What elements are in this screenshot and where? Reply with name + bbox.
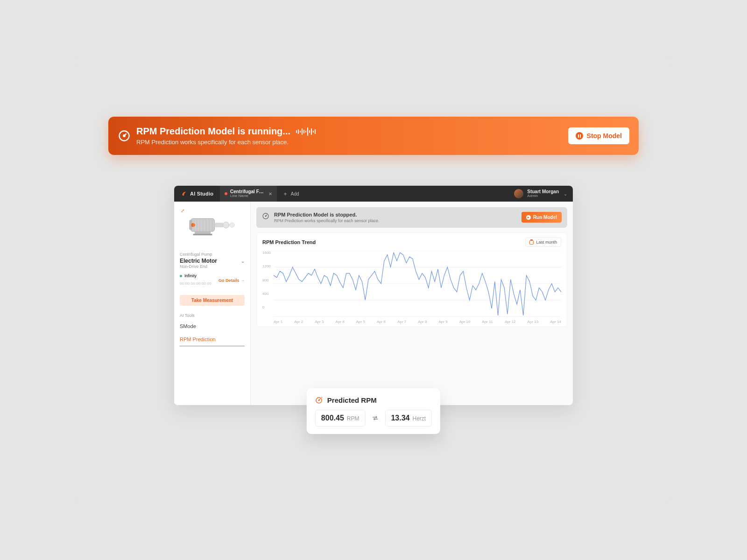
predicted-rpm-value: 800.45 — [321, 414, 344, 422]
svg-rect-9 — [195, 231, 211, 234]
run-model-button[interactable]: Run Model — [521, 212, 562, 223]
asset-name: Electric Motor — [180, 258, 217, 264]
status-dot-icon — [180, 275, 182, 277]
expand-icon[interactable]: ⤢ — [181, 208, 184, 213]
brand-text: AI Studio — [190, 191, 213, 196]
predicted-hz-metric: 13.34 Herzt — [385, 410, 432, 427]
chevron-down-icon: ⌄ — [564, 191, 567, 196]
y-tick: 400 — [262, 292, 271, 296]
asset-type: Centrifugal Pump — [180, 252, 245, 257]
stop-model-label: Stop Model — [587, 132, 622, 140]
svg-point-1 — [123, 135, 125, 137]
status-row: Infinity — [180, 273, 245, 278]
x-tick: Apr 8 — [418, 320, 427, 324]
x-tick: Apr 10 — [459, 320, 471, 324]
avatar — [514, 189, 523, 198]
add-tab-label: Add — [291, 191, 299, 196]
run-model-label: Run Model — [533, 215, 557, 220]
x-tick: Apr 12 — [505, 320, 516, 324]
chart-card: RPM Prediction Trend Last month 16001200… — [256, 232, 567, 327]
x-tick: Apr 11 — [482, 320, 493, 324]
svg-point-26 — [318, 400, 319, 401]
x-tick: Apr 1 — [274, 320, 282, 324]
banner-title: RPM Prediction Model is running... — [136, 126, 290, 137]
asset-image-card: ⤢ — [179, 206, 246, 246]
predicted-heading: Predicted RPM — [327, 396, 377, 404]
x-tick: Apr 5 — [356, 320, 365, 324]
model-running-banner: RPM Prediction Model is running... RPM P… — [108, 117, 639, 155]
x-tick: Apr 4 — [336, 320, 345, 324]
brand-logo-icon — [181, 190, 187, 197]
go-details-link[interactable]: Go Details → — [218, 278, 245, 283]
gauge-icon — [118, 129, 131, 142]
predicted-hz-unit: Herzt — [412, 415, 426, 422]
chart-title: RPM Prediction Trend — [262, 239, 316, 245]
sidebar-item-smode[interactable]: SMode — [174, 320, 250, 333]
play-icon — [526, 215, 531, 220]
banner-subtitle: RPM Prediction works specifically for ea… — [136, 139, 316, 146]
y-tick: 1200 — [262, 264, 271, 268]
svg-rect-6 — [214, 223, 223, 227]
x-tick: Apr 9 — [439, 320, 448, 324]
asset-name-row[interactable]: Electric Motor ⌄ — [180, 258, 245, 264]
user-role: Admin — [527, 194, 559, 198]
status-subtitle: RPM Prediction works specifically for ea… — [274, 218, 380, 223]
status-label: Infinity — [184, 273, 197, 278]
y-tick: 1600 — [262, 251, 271, 255]
model-status-card: RPM Prediction Model is stopped. RPM Pre… — [256, 207, 567, 228]
user-menu[interactable]: Stuart Morgan Admin ⌄ — [514, 189, 573, 198]
x-tick: Apr 2 — [294, 320, 303, 324]
brand[interactable]: AI Studio — [174, 190, 220, 197]
waveform-icon — [296, 126, 316, 137]
titlebar: AI Studio Centrifugal F… Line Name ✕ ＋ A… — [174, 186, 573, 202]
status-title: RPM Prediction Model is stopped. — [274, 212, 380, 217]
x-tick: Apr 3 — [315, 320, 324, 324]
x-tick: Apr 6 — [377, 320, 386, 324]
timecode: 00:00:00:00:00:00 — [180, 281, 211, 286]
take-measurement-button[interactable]: Take Measurement — [180, 295, 245, 306]
svg-rect-10 — [193, 234, 212, 235]
svg-point-7 — [223, 222, 229, 228]
date-range-button[interactable]: Last month — [525, 238, 561, 247]
predicted-rpm-unit: RPM — [347, 415, 359, 422]
gauge-icon — [262, 212, 269, 220]
motor-illustration-icon — [182, 209, 243, 242]
calendar-icon — [529, 240, 534, 245]
swap-icon[interactable] — [371, 414, 379, 422]
date-range-label: Last month — [536, 240, 557, 245]
tab-subtitle: Line Name — [230, 194, 264, 198]
predicted-rpm-card: Predicted RPM 800.45 RPM 13.34 Herzt — [307, 388, 440, 434]
app-window: AI Studio Centrifugal F… Line Name ✕ ＋ A… — [174, 186, 573, 405]
status-dot-icon — [225, 192, 227, 195]
predicted-hz-value: 13.34 — [391, 414, 409, 422]
tab-close-icon[interactable]: ✕ — [268, 191, 272, 196]
predicted-rpm-metric: 800.45 RPM — [315, 410, 366, 427]
main-panel: RPM Prediction Model is stopped. RPM Pre… — [251, 202, 573, 405]
svg-point-5 — [191, 223, 195, 227]
plus-icon: ＋ — [282, 190, 288, 198]
sidebar: ⤢ Centrifugal Pump — [174, 202, 251, 405]
tab-centrifugal[interactable]: Centrifugal F… Line Name ✕ — [220, 186, 277, 202]
y-tick: 800 — [262, 278, 271, 282]
x-tick: Apr 14 — [550, 320, 561, 324]
svg-point-19 — [265, 216, 266, 217]
stop-model-button[interactable]: Stop Model — [568, 127, 629, 144]
sidebar-section-label: AI Tools — [174, 311, 250, 320]
y-tick: 0 — [262, 305, 271, 309]
svg-point-8 — [230, 223, 234, 227]
x-tick: Apr 13 — [528, 320, 539, 324]
pause-icon — [576, 132, 583, 140]
x-tick: Apr 7 — [397, 320, 406, 324]
add-tab-button[interactable]: ＋ Add — [277, 190, 305, 198]
chevron-down-icon: ⌄ — [241, 259, 245, 264]
line-chart: 160012008004000 — [262, 251, 561, 319]
asset-sub: Non-Drive End — [180, 264, 245, 269]
gauge-sparkle-icon — [315, 396, 324, 404]
sidebar-item-rpm-prediction[interactable]: RPM Prediction — [180, 333, 245, 346]
